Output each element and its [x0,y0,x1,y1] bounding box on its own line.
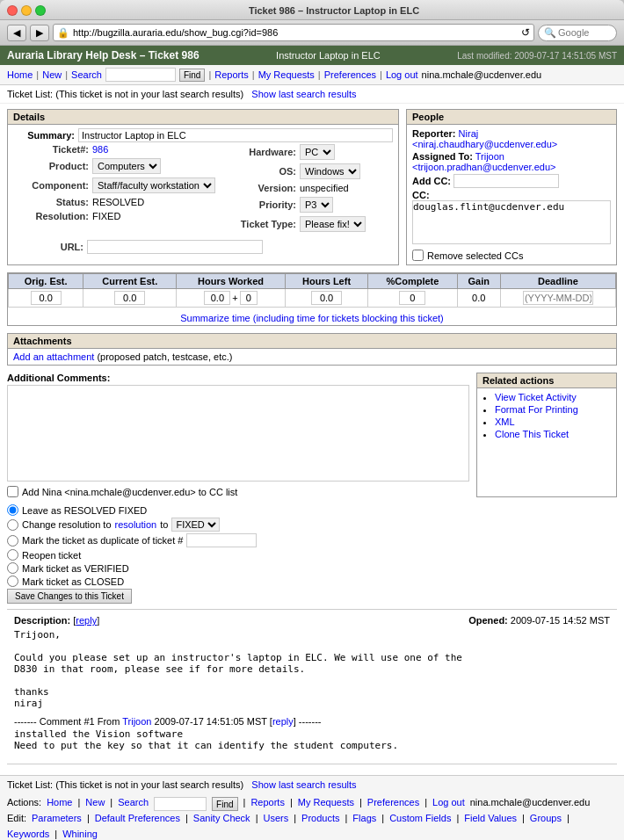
nav-logout[interactable]: Log out [386,69,418,80]
two-col-row: Ticket#: 986 Product: Computers [8,144,398,235]
summary-input[interactable] [78,128,393,142]
summarize-link[interactable]: Summarize time (including time for ticke… [180,313,444,323]
bottom-ticket-text: Ticket List: (This ticket is not in your… [7,779,243,790]
products-link[interactable]: Products [301,813,339,823]
hours-worked-input1[interactable] [204,291,230,305]
default-prefs-link[interactable]: Default Preferences [95,813,180,823]
hours-left-input[interactable] [311,291,342,305]
clone-ticket-link[interactable]: Clone This Ticket [495,429,569,439]
nav-my-requests[interactable]: My Requests [258,69,315,80]
nav-home[interactable]: Home [7,69,33,80]
verified-radio[interactable] [7,562,18,574]
list-item: Clone This Ticket [495,429,611,439]
add-attachment-link[interactable]: Add an attachment [13,351,94,362]
url-input[interactable] [87,240,263,254]
closed-radio[interactable] [7,576,18,587]
minimize-button[interactable] [21,5,32,16]
orig-est-input[interactable] [31,291,62,305]
users-link[interactable]: Users [263,813,288,823]
priority-select[interactable]: P3 [300,197,333,213]
os-select[interactable]: Windows [300,163,360,179]
bottom-logout[interactable]: Log out [432,797,465,811]
leave-radio[interactable] [7,504,18,516]
back-button[interactable]: ◀ [7,25,26,41]
comment1-reply-link[interactable]: reply [272,716,294,727]
reload-button[interactable]: ↺ [521,26,530,39]
remove-cc-checkbox[interactable] [412,250,424,261]
time-row: + 0.0 [9,289,616,308]
current-est-input[interactable] [114,291,145,305]
format-for-printing-link[interactable]: Format For Printing [495,404,578,415]
nav-new[interactable]: New [42,69,62,80]
save-changes-button[interactable]: Save Changes to this Ticket [7,589,132,604]
bottom-my-requests[interactable]: My Requests [298,797,354,811]
list-item: Format For Printing [495,404,611,415]
comments-actions-row: Additional Comments: Add Nina <nina.mcha… [7,373,617,497]
url-input[interactable] [73,27,518,38]
show-last-search[interactable]: Show last search results [251,89,356,99]
close-button[interactable] [7,5,18,16]
bottom-search-input[interactable] [154,797,207,811]
os-row: OS: Windows [221,163,393,179]
add-cc-input[interactable] [453,174,559,188]
edit-params-link[interactable]: Parameters [32,813,82,823]
bottom-new[interactable]: New [85,797,105,811]
product-select[interactable]: Computers [92,158,161,174]
groups-link[interactable]: Groups [530,813,562,823]
duplicate-ticket-input[interactable] [186,533,257,547]
view-ticket-activity-link[interactable]: View Ticket Activity [495,392,577,402]
bottom-home[interactable]: Home [47,797,72,811]
whining-link[interactable]: Whining [62,829,98,839]
add-cc-checkbox[interactable] [7,486,18,497]
flags-link[interactable]: Flags [352,813,376,823]
nav-preferences[interactable]: Preferences [324,69,376,80]
bottom-find-btn[interactable]: Find [212,797,237,811]
verified-row: Mark ticket as VERIFIED [7,562,617,574]
nav-reports[interactable]: Reports [214,69,249,80]
duplicate-radio[interactable] [7,535,18,547]
forward-button[interactable]: ▶ [30,25,49,41]
cc-label: CC: [412,190,430,200]
bottom-preferences[interactable]: Preferences [367,797,419,811]
hours-worked-input2[interactable] [240,291,258,305]
component-value: Staff/faculty workstation [92,177,215,193]
reopen-radio[interactable] [7,549,18,561]
nav-search[interactable]: Search [71,69,102,80]
nav-find-button[interactable]: Find [179,69,205,82]
bottom-reports[interactable]: Reports [250,797,285,811]
details-people-row: Details Summary: Ticket#: 986 [7,109,617,265]
bottom-show-search[interactable]: Show last search results [251,779,356,790]
summarize-link-row: Summarize time (including time for ticke… [8,311,616,325]
hardware-select[interactable]: PC [300,144,335,160]
resolution-select[interactable]: FIXED [171,518,220,532]
closed-label: Mark ticket as CLOSED [22,576,124,587]
percent-input[interactable] [399,291,425,305]
bottom-search[interactable]: Search [118,797,149,811]
xml-link[interactable]: XML [495,416,515,427]
ticket-link[interactable]: 986 [92,144,108,155]
search-input[interactable] [558,27,611,38]
deadline-header: Deadline [500,274,615,289]
search-icon: 🔍 [544,27,556,39]
description-reply-link[interactable]: reply [76,615,97,626]
cc-textarea[interactable]: douglas.flint@ucdenver.edu [412,200,611,244]
maximize-button[interactable] [35,5,46,16]
custom-fields-link[interactable]: Custom Fields [389,813,451,823]
deadline-input[interactable] [523,291,593,305]
resolution-link[interactable]: resolution [115,519,157,530]
add-cc-checkbox-row: Add Nina <nina.mchale@ucdenver.edu> to C… [7,486,469,497]
header-left: Auraria Library Help Desk – Ticket 986 [7,49,200,62]
description-body: Trijoon, Could you please set up an inst… [14,629,610,709]
sanity-check-link[interactable]: Sanity Check [193,813,250,823]
comment1-author-link[interactable]: Trijoon [122,716,151,727]
change-resolution-radio[interactable] [7,519,18,531]
version-row: Version: unspecified [221,183,393,193]
component-select[interactable]: Staff/faculty workstation [92,177,215,193]
keywords-link[interactable]: Keywords [7,829,49,839]
priority-value: P3 [300,197,333,213]
field-values-link[interactable]: Field Values [464,813,517,823]
add-attachment-text: (proposed patch, testcase, etc.) [97,351,232,362]
comments-textarea[interactable] [7,385,469,482]
ticket-type-select[interactable]: Please fix! [300,216,366,232]
nav-search-input[interactable] [105,68,176,82]
